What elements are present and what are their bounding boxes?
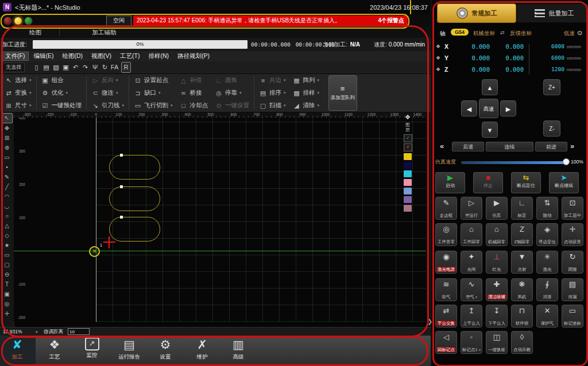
blow-button[interactable]: ≋吹气 — [435, 278, 457, 301]
bottom-tab-1[interactable]: ✘加工 — [0, 337, 36, 361]
obround-tool[interactable]: ⊖ — [2, 270, 12, 279]
ribbon-clear[interactable]: ◢清除▾ — [289, 99, 323, 112]
dropdown-arrow-icon[interactable]: ▾ — [158, 91, 161, 95]
menu-item-2[interactable]: 编辑(E) — [29, 52, 57, 61]
ribbon-scan[interactable]: ▢扫描▾ — [256, 99, 289, 112]
menu-item-3[interactable]: 绘图(D) — [58, 52, 87, 61]
jog-up-button[interactable]: ▲ — [482, 79, 498, 95]
dropdown-arrow-icon[interactable]: ▾ — [171, 103, 173, 108]
mark-coord-button[interactable]: ▭标记坐标 — [562, 305, 583, 328]
dropdown-arrow-icon[interactable]: ▾ — [239, 91, 242, 95]
shape-stadium-3[interactable] — [109, 217, 160, 242]
layer-color-swatch-7[interactable] — [404, 205, 412, 212]
zoom-dropdown-icon[interactable]: ▾ — [36, 328, 38, 336]
goto-mark-button[interactable]: ◁回标记点 — [435, 331, 457, 354]
jog-teach-button[interactable]: ◊点动示教 — [511, 331, 533, 354]
software-lock-button[interactable]: ⊓软件锁 — [511, 305, 533, 328]
dropdown-arrow-icon[interactable]: ▾ — [122, 103, 125, 108]
point-tool[interactable]: • — [2, 163, 12, 172]
dropdown-arrow-icon[interactable]: ▾ — [29, 103, 32, 108]
menu-item-7[interactable]: 路径规划(P) — [173, 52, 214, 61]
start-button[interactable]: ▶启动 — [435, 172, 465, 193]
bottom-tab-2[interactable]: ❖工艺 — [36, 337, 73, 361]
clean-nozzle-button[interactable]: ✚清洁喷嘴 — [486, 278, 508, 301]
dropdown-arrow-icon[interactable]: ▾ — [475, 295, 477, 299]
calibrate-button[interactable]: ∟标定 — [511, 197, 533, 220]
star-tool[interactable]: ★ — [2, 241, 12, 250]
fit-view-icon[interactable]: FA — [110, 63, 119, 72]
machine-home-button[interactable]: ⌂机械回零 — [486, 223, 508, 246]
swap-coords-icon[interactable]: ⇄ — [500, 30, 505, 36]
layers-icon[interactable]: ❖ — [402, 114, 413, 121]
dropdown-arrow-icon[interactable]: ▾ — [318, 91, 320, 95]
add-to-queue-button[interactable]: ≡添加至队列 — [328, 75, 357, 111]
jog-left-button[interactable]: ◀ — [461, 100, 477, 116]
follow-button[interactable]: ⇅随动 — [536, 197, 558, 220]
axis-jog-icon[interactable]: ❖ — [436, 44, 440, 49]
platform-swap-button[interactable]: ⇄平台交换 — [435, 305, 457, 328]
jog-down-button[interactable]: ▼ — [482, 122, 498, 138]
step-back-button[interactable]: 后退 — [452, 142, 484, 151]
jog-z-minus-button[interactable]: Z- — [543, 120, 560, 137]
chip-removal-button[interactable]: ▤排屑 — [562, 278, 583, 301]
ribbon-preprocess[interactable]: ☑一键预处理 — [38, 99, 86, 112]
sim-speed-knob[interactable] — [563, 158, 570, 165]
shape-stadium-2[interactable] — [109, 186, 160, 211]
layer-color-swatch-2[interactable] — [404, 162, 412, 169]
axis-jog-icon[interactable]: ❖ — [436, 55, 440, 61]
lower-platform-button[interactable]: ↧下平台入 — [486, 305, 508, 328]
select-tool[interactable]: ↖ — [1, 113, 13, 123]
jog-cross-tool[interactable]: ✛ — [2, 309, 12, 318]
center-machining-button[interactable]: ⊡加工居中 — [562, 197, 583, 220]
breakpoint-locate-button[interactable]: ⇆断点定位 — [511, 172, 541, 193]
stop-button[interactable]: ■停止 — [473, 172, 503, 193]
zoom-tool[interactable]: ⊕ — [2, 143, 12, 153]
tab-batch-machining[interactable]: 批量加工 — [517, 4, 588, 22]
open-file-icon[interactable]: ▤ — [41, 63, 51, 72]
upper-platform-button[interactable]: ↥上平台入 — [461, 305, 482, 328]
wcs-badge[interactable]: G54 — [451, 29, 469, 36]
line-tool[interactable]: ╱ — [2, 182, 12, 192]
center-tool[interactable]: ◎ — [2, 299, 12, 309]
record-icon[interactable]: R — [121, 62, 131, 73]
polygon-tool[interactable]: △ — [2, 221, 12, 231]
menu-item-4[interactable]: 视图(V) — [87, 52, 115, 61]
shutter-button[interactable]: ✦光闸 — [461, 251, 482, 274]
protect-gas-button[interactable]: ✕保护气 — [536, 305, 558, 328]
redo-icon[interactable]: ↷ — [80, 63, 90, 72]
ribbon-gap[interactable]: ⊐缺口▾ — [130, 87, 176, 99]
image-tool[interactable]: ▣ — [2, 290, 12, 299]
save-icon[interactable]: ▣ — [61, 63, 71, 72]
ribbon-dock[interactable]: ◎停靠▾ — [211, 87, 253, 99]
bottom-tab-6[interactable]: ✗维护 — [184, 337, 220, 361]
axis-jog-icon[interactable]: ❖ — [436, 67, 440, 72]
jog-settings-button[interactable]: ✛点动设置 — [562, 223, 583, 246]
zoom-level[interactable]: 15.931% — [3, 328, 22, 336]
jog-right-button[interactable]: ▶ — [500, 100, 516, 116]
three-point-arc-tool[interactable]: ◡ — [2, 202, 12, 211]
hexagon-tool[interactable]: ◇ — [2, 231, 12, 240]
dry-run-button[interactable]: ▷空运行 — [461, 197, 482, 220]
dropdown-arrow-icon[interactable]: ▾ — [116, 78, 118, 83]
air-button[interactable]: ∿空气 ▾ — [461, 278, 482, 301]
ribbon-cool-point[interactable]: □冷却点 — [176, 99, 212, 112]
node-edit-tool[interactable]: ✎ — [2, 173, 12, 182]
dropdown-arrow-icon[interactable]: ▾ — [29, 78, 32, 83]
text-tool[interactable]: T — [2, 280, 12, 289]
arc-tool[interactable]: ◠ — [2, 192, 12, 201]
doc-tab-1[interactable]: 绘图 — [11, 26, 59, 38]
bottom-tab-3[interactable]: ↗监控 — [74, 337, 110, 359]
spot-shot-button[interactable]: ▼点射 — [511, 251, 533, 274]
menu-item-1[interactable]: 文件(F) — [1, 52, 29, 61]
speed-settings-gear-icon[interactable]: ⊙ — [577, 29, 582, 37]
menu-item-6[interactable]: 排样(N) — [144, 52, 173, 61]
doc-tab-2[interactable]: 加工辅助 — [59, 26, 149, 38]
ribbon-combine[interactable]: ▣组合 — [38, 74, 86, 87]
merge-icon[interactable]: Ψ — [90, 63, 100, 72]
one-key-swap-button[interactable]: ◫一键换板 — [486, 331, 508, 354]
lubricate-button[interactable]: ∮润滑 — [536, 278, 558, 301]
ribbon-leadline[interactable]: ↘引刀线▾ — [88, 99, 127, 112]
z-home-button[interactable]: ZZ轴回零 — [511, 223, 533, 246]
breakpoint-resume-button[interactable]: ➤断点继续 — [549, 172, 579, 193]
ribbon-fly-cut[interactable]: ▭飞行切割▾ — [130, 99, 176, 112]
